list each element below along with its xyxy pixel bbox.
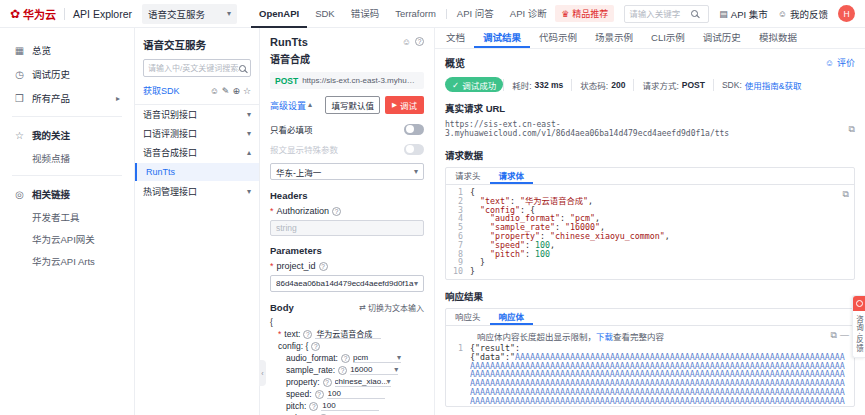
pitch-input[interactable]: [321, 401, 379, 411]
help-icon[interactable]: ?: [332, 207, 341, 216]
api-group-hotwords[interactable]: 热词管理接口 ▾: [143, 182, 251, 201]
tab-mock-data[interactable]: 模拟数据: [750, 28, 806, 48]
api-search-input[interactable]: [148, 64, 239, 73]
copy-icon[interactable]: ⧉: [831, 330, 837, 341]
help-icon[interactable]: ?: [303, 330, 312, 339]
panel-collapse-handle[interactable]: ‹: [259, 360, 266, 386]
huawei-cloud-logo[interactable]: ✿ 华为云: [10, 6, 56, 22]
feedback-side-widget[interactable]: 咨询·反馈: [852, 295, 865, 358]
tab-openapi[interactable]: OpenAPI: [251, 0, 307, 28]
sdk-label: SDK:: [722, 80, 742, 90]
api-item-runtts[interactable]: RunTts: [135, 163, 259, 181]
help-icon[interactable]: ?: [415, 37, 424, 46]
project-id-select[interactable]: 86d4aea06ba14d479ecd4aeefd9d0f1a ▾: [270, 275, 424, 292]
request-body-code[interactable]: 1{ 2 "text": "华为云语音合成", 3 "config": { 4 …: [446, 185, 854, 279]
clock-icon: ◷: [14, 69, 25, 80]
tab-code-samples[interactable]: 代码示例: [530, 28, 586, 48]
property-select[interactable]: chinese_xiao... ▾: [335, 377, 391, 387]
sidebar-item-api-arts[interactable]: 华为云API Arts: [0, 250, 134, 272]
help-icon[interactable]: ?: [341, 354, 350, 363]
tab-cli-samples[interactable]: CLI示例: [642, 28, 694, 48]
tab-api-qa[interactable]: API 问答: [449, 0, 502, 28]
smiley-icon[interactable]: ☺: [402, 37, 411, 47]
search-icon[interactable]: [239, 65, 246, 72]
sample-rate-select[interactable]: 16000 ▾: [350, 365, 398, 375]
help-icon[interactable]: ?: [323, 378, 332, 387]
api-group-label: 口语评测接口: [143, 127, 197, 140]
sidebar-item-all-products[interactable]: ❒ 所有产品 ▸: [0, 86, 134, 110]
sidebar-item-api-gateway[interactable]: 华为云API网关: [0, 228, 134, 250]
tab-response-headers[interactable]: 响应头: [446, 309, 490, 325]
tab-api-diagnosis[interactable]: API 诊断: [502, 0, 555, 28]
panel-toolbar-icons: ☺ ✎ ⊕ ☆: [210, 86, 251, 96]
crown-icon: ♛: [561, 9, 569, 19]
globe-icon[interactable]: ⊕: [232, 86, 240, 96]
tab-docs[interactable]: 文档: [437, 28, 474, 48]
sidebar-item-vod[interactable]: 视频点播: [0, 147, 134, 169]
authorization-label: Authorization: [277, 206, 330, 216]
required-mark: *: [278, 329, 281, 339]
global-search-input[interactable]: [629, 9, 691, 19]
edit-icon[interactable]: ✎: [222, 86, 230, 96]
tab-terraform[interactable]: Terraform: [387, 0, 444, 28]
smiley-icon: ☺: [825, 58, 834, 68]
my-feedback-link[interactable]: ☺ 我的反馈: [778, 7, 828, 21]
api-group-assessment[interactable]: 口语评测接口 ▾: [143, 124, 251, 143]
star-icon[interactable]: ☆: [243, 86, 251, 96]
help-icon[interactable]: ?: [315, 390, 324, 399]
sidebar-section-related-links[interactable]: ◎ 相关链接: [0, 182, 134, 206]
sdk-guide-link[interactable]: 使用指南&获取: [745, 79, 802, 91]
get-sdk-link[interactable]: 获取SDK: [143, 84, 180, 97]
api-group-tts[interactable]: 语音合成接口 ▴: [143, 143, 251, 162]
advanced-settings-link[interactable]: 高级设置 ▴: [270, 99, 312, 112]
help-icon[interactable]: ?: [311, 342, 320, 351]
tab-debug-history[interactable]: 调试历史: [694, 28, 750, 48]
audio-format-select[interactable]: pcm ▾: [353, 353, 401, 363]
switch-to-text-link[interactable]: ⇄ 切换为文本输入: [359, 302, 424, 313]
market-icon: ▤: [719, 9, 728, 19]
sidebar-item-overview[interactable]: ▦ 总览: [0, 38, 134, 62]
authorization-input[interactable]: [276, 223, 418, 233]
api-group-asr[interactable]: 语音识别接口 ▾: [143, 105, 251, 124]
help-icon[interactable]: ?: [338, 366, 347, 375]
rate-link[interactable]: ☺ 评价: [825, 56, 855, 69]
smiley-icon[interactable]: ☺: [210, 86, 219, 96]
search-icon[interactable]: [691, 10, 698, 17]
sidebar-item-developer-tools[interactable]: 开发者工具: [0, 206, 134, 228]
response-body-code[interactable]: 1 {"result": {"data":"AAAAAAAAAAAAAAAAAA…: [446, 344, 854, 406]
tab-request-headers[interactable]: 请求头: [446, 168, 490, 184]
collapse-icon: ‹: [261, 370, 263, 377]
tab-sdk[interactable]: SDK: [307, 0, 343, 28]
avatar[interactable]: H: [838, 5, 855, 22]
collapse-minus-icon[interactable]: —: [840, 330, 849, 341]
tab-debug-result[interactable]: 调试结果: [474, 28, 530, 48]
sdk-row: 获取SDK ☺ ✎ ⊕ ☆: [143, 84, 251, 97]
help-icon[interactable]: ?: [319, 262, 328, 271]
service-selector[interactable]: 语音交互服务 ▾: [142, 4, 237, 24]
toggle-special-params[interactable]: [404, 144, 424, 155]
download-link[interactable]: 下载: [596, 332, 613, 342]
featured-recommend-badge[interactable]: ♛ 精品推荐: [555, 5, 614, 22]
sidebar-section-my-follow[interactable]: ☆ 我的关注: [0, 123, 134, 147]
speed-input[interactable]: [327, 389, 385, 399]
service-title: 语音交互服务: [143, 37, 251, 52]
tab-request-body[interactable]: 请求体: [490, 168, 534, 184]
api-subtitle: 语音合成: [270, 51, 424, 66]
tab-scenario-samples[interactable]: 场景示例: [586, 28, 642, 48]
endpoint-url: https://sis-ext.cn-east-3.myhuaweicloud.…: [302, 76, 419, 85]
copy-icon[interactable]: ⧉: [843, 189, 849, 200]
tab-error-codes[interactable]: 错误码: [343, 0, 388, 28]
debug-button[interactable]: ▶ 调试: [385, 96, 424, 114]
text-field-input[interactable]: [315, 329, 381, 339]
feedback-widget-icon: [853, 296, 865, 311]
status-row: ✓ 调试成功 耗时: 332 ms 状态码: 200 请求方式: POST SD…: [445, 77, 855, 92]
tab-response-body[interactable]: 响应体: [490, 309, 534, 325]
api-market-link[interactable]: ▤ API 集市: [719, 7, 767, 21]
help-icon[interactable]: ?: [309, 402, 318, 411]
fill-defaults-button[interactable]: 填写默认值: [325, 96, 380, 114]
region-select[interactable]: 华东-上海一 ▾: [270, 163, 424, 180]
swap-icon: ⇄: [359, 303, 366, 312]
toggle-required-only[interactable]: [404, 124, 424, 135]
sidebar-item-debug-history[interactable]: ◷ 调试历史: [0, 62, 134, 86]
copy-icon[interactable]: ⧉: [849, 124, 855, 135]
